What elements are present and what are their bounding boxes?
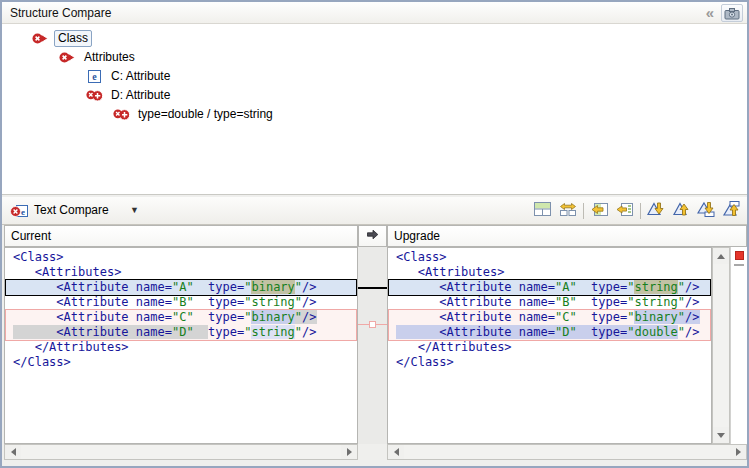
code-line[interactable]: </Class>	[388, 355, 711, 370]
code-line[interactable]: </Attributes>	[388, 340, 711, 355]
copy-all-right-to-left-button[interactable]	[587, 200, 612, 222]
prev-change-icon	[722, 201, 741, 221]
previous-change-button[interactable]	[719, 200, 744, 222]
code-line[interactable]: <Class>	[5, 250, 357, 265]
code-token: "	[295, 325, 302, 339]
scroll-up-button[interactable]	[713, 248, 729, 264]
left-horizontal-scrollbar[interactable]	[4, 444, 358, 460]
code-token: <Attributes>	[396, 265, 504, 279]
tree-item-attributes[interactable]: Attributes	[2, 48, 747, 67]
code-line[interactable]: <Attribute name="C" type="binary"/>	[5, 310, 357, 325]
code-token: type=	[194, 295, 245, 309]
code-token: binary	[251, 280, 294, 294]
code-line[interactable]: </Attributes>	[5, 340, 357, 355]
swap-left-right-button[interactable]	[555, 200, 580, 222]
code-token: "D"	[555, 325, 577, 339]
text-compare-title: Text Compare	[34, 197, 109, 224]
code-token: </Class>	[396, 355, 454, 369]
code-line[interactable]: <Attribute name="B" type="string"/>	[388, 295, 711, 310]
conflict-add-icon	[112, 108, 130, 122]
code-token: "string"	[627, 295, 685, 309]
next-diff-icon	[647, 201, 666, 221]
code-line[interactable]: <Attribute name="D" type="string"/>	[5, 325, 357, 340]
code-token: />	[302, 295, 316, 309]
compare-toolbar	[530, 200, 744, 222]
layout-icon	[534, 202, 551, 220]
copy-current-right-to-left-button[interactable]	[612, 200, 637, 222]
left-text-editor-pane[interactable]: <Class> <Attributes> <Attribute name="A"…	[4, 247, 358, 444]
code-line[interactable]: </Class>	[5, 355, 357, 370]
scroll-right-button[interactable]	[730, 445, 746, 459]
tree-item-c-attribute[interactable]: eC: Attribute	[2, 67, 747, 86]
scroll-left-button[interactable]	[5, 445, 21, 459]
code-token: "	[678, 280, 685, 294]
code-token: binary	[634, 310, 677, 324]
toolbar-separator	[640, 203, 641, 219]
code-line[interactable]: <Attribute name="B" type="string"/>	[5, 295, 357, 310]
code-token: />	[685, 280, 699, 294]
code-token: />	[302, 310, 316, 324]
scroll-right-button[interactable]	[341, 445, 357, 459]
text-compare-panel: e Text Compare ▼ Current Upgrade <Class>…	[2, 197, 747, 466]
center-header	[358, 225, 387, 247]
code-token: type=	[577, 280, 628, 294]
right-horizontal-scrollbar[interactable]	[387, 444, 747, 460]
code-line[interactable]: <Attributes>	[5, 265, 357, 280]
tree-item-type-double-type-string[interactable]: type=double / type=string	[2, 105, 747, 124]
code-token	[194, 325, 208, 339]
next-change-button[interactable]	[694, 200, 719, 222]
overview-diff-marker[interactable]	[735, 251, 744, 260]
tree-item-d-attribute[interactable]: D: Attribute	[2, 86, 747, 105]
code-line[interactable]: <Class>	[388, 250, 711, 265]
text-compare-header: e Text Compare ▼	[2, 197, 747, 225]
code-token: "	[678, 325, 685, 339]
code-token: string	[634, 280, 677, 294]
code-token: type=	[208, 325, 244, 339]
next-difference-button[interactable]	[644, 200, 669, 222]
conflict-change-icon	[31, 32, 49, 46]
prev-diff-icon	[672, 201, 691, 221]
swap-icon	[559, 202, 577, 221]
tree-item-label: Attributes	[81, 50, 138, 65]
code-token: <Class>	[396, 250, 447, 264]
code-line[interactable]: <Attributes>	[388, 265, 711, 280]
collapse-icon[interactable]: «	[703, 4, 717, 22]
svg-text:e: e	[92, 71, 97, 82]
conflict-add-icon	[85, 89, 103, 103]
structure-compare-tree: ClassAttributeseC: AttributeD: Attribute…	[2, 24, 747, 194]
two-pane-layout-button[interactable]	[530, 200, 555, 222]
code-token: <Attribute name=	[396, 325, 555, 339]
tree-item-class[interactable]: Class	[2, 29, 747, 48]
toolbar-separator	[583, 203, 584, 219]
code-token: binary	[251, 310, 294, 324]
change-region-handle[interactable]	[369, 321, 376, 328]
code-token: <Attribute name=	[13, 310, 172, 324]
code-line[interactable]: <Attribute name="A" type="binary"/>	[5, 280, 357, 295]
code-token: <Attributes>	[13, 265, 121, 279]
code-token: />	[685, 295, 699, 309]
previous-difference-button[interactable]	[669, 200, 694, 222]
tree-item-label: Class	[54, 30, 92, 47]
code-token: "	[295, 280, 302, 294]
code-token: />	[685, 310, 699, 324]
right-pane-header: Upgrade	[387, 225, 747, 247]
code-token: type=	[577, 325, 628, 339]
element-e-icon: e	[85, 70, 103, 84]
right-text-editor-pane[interactable]: <Class> <Attributes> <Attribute name="A"…	[387, 247, 712, 444]
code-line[interactable]: <Attribute name="D" type="double"/>	[388, 325, 711, 340]
code-token: "	[678, 310, 685, 324]
scroll-down-button[interactable]	[713, 427, 729, 443]
compare-editor-window: Structure Compare « ClassAttributeseC: A…	[0, 0, 749, 468]
code-line[interactable]: <Attribute name="C" type="binary"/>	[388, 310, 711, 325]
scroll-left-button[interactable]	[388, 445, 404, 459]
vertical-scrollbar[interactable]	[712, 247, 730, 444]
code-token: <Class>	[13, 250, 64, 264]
code-line[interactable]: <Attribute name="A" type="string"/>	[388, 280, 711, 295]
code-token: <Attribute name=	[396, 310, 555, 324]
structure-compare-panel: Structure Compare « ClassAttributeseC: A…	[2, 2, 747, 195]
code-token: "	[295, 310, 302, 324]
camera-icon[interactable]	[721, 4, 743, 22]
copy-all-left-icon	[591, 202, 609, 221]
viewer-dropdown-icon[interactable]: ▼	[130, 197, 139, 224]
code-token: </Attributes>	[13, 340, 129, 354]
